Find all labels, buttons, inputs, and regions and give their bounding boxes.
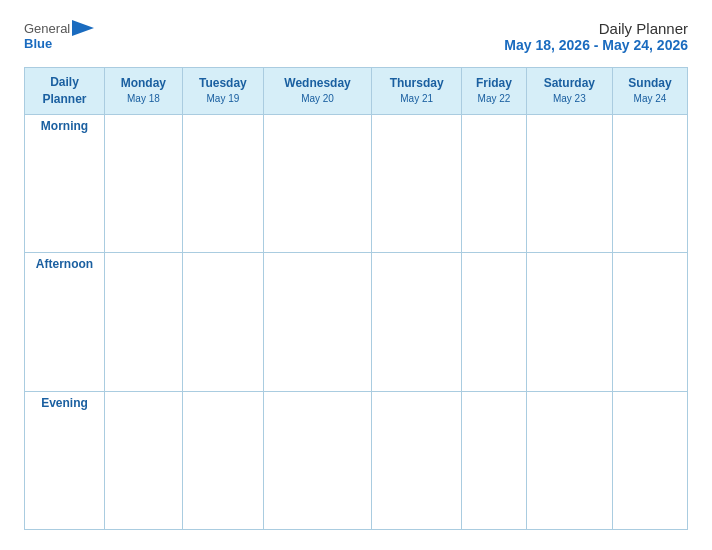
sunday-name: Sunday bbox=[617, 75, 683, 92]
logo-blue-row: Blue bbox=[24, 36, 52, 51]
date-range: May 18, 2026 - May 24, 2026 bbox=[504, 37, 688, 53]
thursday-name: Thursday bbox=[376, 75, 457, 92]
cell-evening-thursday[interactable] bbox=[372, 391, 462, 529]
cell-morning-wednesday[interactable] bbox=[264, 114, 372, 252]
col-header-sunday: Sunday May 24 bbox=[613, 68, 688, 115]
cell-evening-wednesday[interactable] bbox=[264, 391, 372, 529]
monday-name: Monday bbox=[109, 75, 178, 92]
row-label-morning: Morning bbox=[25, 114, 105, 252]
col-header-monday: Monday May 18 bbox=[105, 68, 183, 115]
friday-date: May 22 bbox=[466, 92, 521, 106]
col-header-tuesday: Tuesday May 19 bbox=[182, 68, 263, 115]
cell-afternoon-wednesday[interactable] bbox=[264, 253, 372, 391]
table-header-row: Daily Planner Monday May 18 Tuesday May … bbox=[25, 68, 688, 115]
logo-row: General bbox=[24, 20, 94, 36]
cell-afternoon-monday[interactable] bbox=[105, 253, 183, 391]
cell-morning-sunday[interactable] bbox=[613, 114, 688, 252]
cell-evening-monday[interactable] bbox=[105, 391, 183, 529]
cell-afternoon-tuesday[interactable] bbox=[182, 253, 263, 391]
cell-evening-sunday[interactable] bbox=[613, 391, 688, 529]
cell-afternoon-saturday[interactable] bbox=[526, 253, 612, 391]
cell-evening-saturday[interactable] bbox=[526, 391, 612, 529]
cell-morning-thursday[interactable] bbox=[372, 114, 462, 252]
col-header-thursday: Thursday May 21 bbox=[372, 68, 462, 115]
cell-morning-monday[interactable] bbox=[105, 114, 183, 252]
page-header: General Blue Daily Planner May 18, 2026 … bbox=[24, 20, 688, 53]
page-title: Daily Planner bbox=[504, 20, 688, 37]
table-row-morning: Morning bbox=[25, 114, 688, 252]
logo-blue-text: Blue bbox=[24, 36, 52, 51]
cell-afternoon-thursday[interactable] bbox=[372, 253, 462, 391]
cell-afternoon-sunday[interactable] bbox=[613, 253, 688, 391]
friday-name: Friday bbox=[466, 75, 521, 92]
wednesday-date: May 20 bbox=[268, 92, 367, 106]
row-label-afternoon: Afternoon bbox=[25, 253, 105, 391]
saturday-name: Saturday bbox=[531, 75, 608, 92]
cell-evening-tuesday[interactable] bbox=[182, 391, 263, 529]
planner-table: Daily Planner Monday May 18 Tuesday May … bbox=[24, 67, 688, 530]
title-area: Daily Planner May 18, 2026 - May 24, 202… bbox=[504, 20, 688, 53]
tuesday-name: Tuesday bbox=[187, 75, 259, 92]
col-header-saturday: Saturday May 23 bbox=[526, 68, 612, 115]
svg-marker-0 bbox=[72, 20, 94, 36]
header-label-cell: Daily Planner bbox=[25, 68, 105, 115]
cell-morning-tuesday[interactable] bbox=[182, 114, 263, 252]
sunday-date: May 24 bbox=[617, 92, 683, 106]
logo-area: General Blue bbox=[24, 20, 94, 51]
logo-icon bbox=[72, 20, 94, 36]
tuesday-date: May 19 bbox=[187, 92, 259, 106]
col-header-wednesday: Wednesday May 20 bbox=[264, 68, 372, 115]
cell-morning-friday[interactable] bbox=[462, 114, 526, 252]
monday-date: May 18 bbox=[109, 92, 178, 106]
table-row-afternoon: Afternoon bbox=[25, 253, 688, 391]
logo-general-text: General bbox=[24, 21, 70, 36]
thursday-date: May 21 bbox=[376, 92, 457, 106]
cell-evening-friday[interactable] bbox=[462, 391, 526, 529]
header-label-daily: Daily Planner bbox=[29, 74, 100, 108]
col-header-friday: Friday May 22 bbox=[462, 68, 526, 115]
cell-morning-saturday[interactable] bbox=[526, 114, 612, 252]
cell-afternoon-friday[interactable] bbox=[462, 253, 526, 391]
saturday-date: May 23 bbox=[531, 92, 608, 106]
table-row-evening: Evening bbox=[25, 391, 688, 529]
wednesday-name: Wednesday bbox=[268, 75, 367, 92]
row-label-evening: Evening bbox=[25, 391, 105, 529]
